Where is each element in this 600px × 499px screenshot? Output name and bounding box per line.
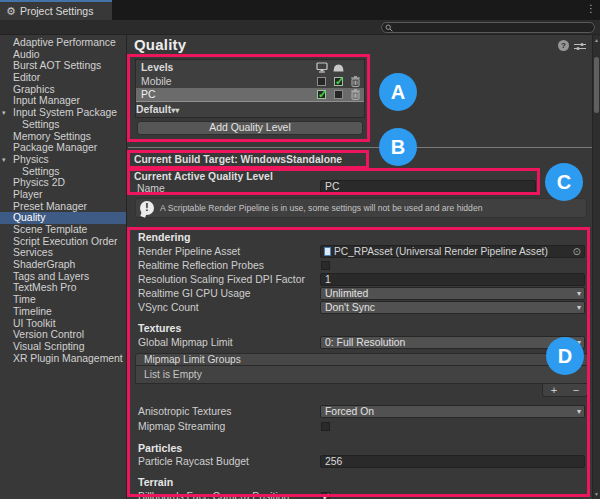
tab-label: Project Settings <box>20 5 94 17</box>
quality-level-row-pc[interactable]: PC✓ <box>136 88 364 101</box>
vsync-dropdown[interactable]: Don't Sync ▾ <box>320 301 585 314</box>
sidebar-item-shadergraph[interactable]: ShaderGraph <box>0 259 126 271</box>
sidebar-item-label: Preset Manager <box>13 201 87 212</box>
sidebar-item-label: Version Control <box>13 329 84 340</box>
mobile-checkbox[interactable] <box>334 90 343 99</box>
sidebar-item-label: Settings <box>22 119 60 130</box>
default-label: Default <box>136 104 171 115</box>
row-particle-raycast-budget: Particle Raycast Budget 256 <box>128 455 592 468</box>
particle-raycast-budget-field[interactable]: 256 <box>320 455 585 468</box>
object-picker-icon[interactable]: ⊙ <box>573 247 581 257</box>
name-field[interactable]: PC <box>320 180 536 193</box>
sidebar-item-quality[interactable]: Quality <box>0 212 126 224</box>
srp-warning-box: ! A Scriptable Render Pipeline is in use… <box>135 198 587 218</box>
chevron-down-icon: ▾ <box>577 304 581 312</box>
trash-icon[interactable] <box>351 89 360 100</box>
name-label: Name <box>137 183 165 194</box>
sidebar-item-label: Tags and Layers <box>13 271 89 282</box>
preset-icon[interactable] <box>574 42 586 51</box>
row-global-mipmap-limit: Global Mipmap Limit 0: Full Resolution ▾ <box>128 336 592 349</box>
row-mipmap-streaming: Mipmap Streaming <box>128 420 592 433</box>
row-resolution-scaling: Resolution Scaling Fixed DPI Factor 1 <box>128 273 592 286</box>
help-icon[interactable]: ? <box>558 40 569 51</box>
add-list-item-button[interactable]: + <box>551 385 557 396</box>
add-quality-level-button[interactable]: Add Quality Level <box>137 121 363 135</box>
scroll-up-icon[interactable]: ▲ <box>593 37 600 43</box>
sidebar-item-package-manager[interactable]: Package Manager <box>0 142 126 154</box>
default-mobile-dropdown-icon[interactable]: ▾ <box>175 106 179 115</box>
default-row: Default ▾ ▾ <box>136 101 364 117</box>
vertical-scrollbar[interactable]: ▲ ▼ <box>592 35 600 499</box>
sidebar-item-physics-2d[interactable]: Physics 2D <box>0 177 126 189</box>
desktop-checkbox[interactable] <box>317 77 326 86</box>
row-render-pipeline-asset: Render Pipeline Asset PC_RPAsset (Univer… <box>128 245 592 258</box>
render-pipeline-asset-field[interactable]: PC_RPAsset (Universal Render Pipeline As… <box>320 245 585 258</box>
global-mipmap-limit-dropdown[interactable]: 0: Full Resolution ▾ <box>320 336 585 349</box>
sidebar-item-time[interactable]: Time <box>0 294 126 306</box>
billboards-face-camera-checkbox[interactable]: ✓ <box>321 492 330 499</box>
sidebar-item-preset-manager[interactable]: Preset Manager <box>0 201 126 213</box>
trash-icon[interactable] <box>351 76 360 87</box>
sidebar-item-timeline[interactable]: Timeline <box>0 306 126 318</box>
foldout-icon[interactable]: ▾ <box>2 107 6 119</box>
sidebar-item-label: Physics 2D <box>13 177 65 188</box>
sidebar-item-tags-and-layers[interactable]: Tags and Layers <box>0 271 126 283</box>
level-name: Mobile <box>136 76 313 87</box>
sidebar-item-burst-aot-settings[interactable]: Burst AOT Settings <box>0 60 126 72</box>
sidebar-item-physics[interactable]: ▾Physics <box>0 154 126 166</box>
sidebar-item-ui-toolkit[interactable]: UI Toolkit <box>0 318 126 330</box>
levels-header-row: Levels <box>136 60 364 75</box>
sidebar-list: Adaptive PerformanceAudioBurst AOT Setti… <box>0 37 126 364</box>
sidebar-item-scene-template[interactable]: Scene Template <box>0 224 126 236</box>
sidebar-item-adaptive-performance[interactable]: Adaptive Performance <box>0 37 126 49</box>
sidebar-item-label: Scene Template <box>13 224 87 235</box>
mipmap-streaming-checkbox[interactable] <box>321 422 330 431</box>
gear-icon: ⚙ <box>6 6 16 17</box>
mobile-checkbox[interactable]: ✓ <box>334 77 343 86</box>
sidebar-item-label: XR Plugin Management <box>13 353 123 364</box>
desktop-checkbox[interactable]: ✓ <box>317 90 326 99</box>
scroll-down-icon[interactable]: ▼ <box>593 491 600 497</box>
mipmap-limit-groups-header[interactable]: Mipmap Limit Groups <box>135 353 588 366</box>
row-realtime-reflection-probes: Realtime Reflection Probes <box>128 259 592 272</box>
sidebar-item-settings[interactable]: Settings <box>0 166 126 178</box>
quality-level-row-mobile[interactable]: Mobile✓ <box>136 75 364 88</box>
anisotropic-textures-dropdown[interactable]: Forced On ▾ <box>320 405 585 418</box>
quality-levels-matrix: Levels Mobile✓PC✓ Default <box>135 59 365 118</box>
sidebar-item-version-control[interactable]: Version Control <box>0 329 126 341</box>
foldout-icon[interactable]: ▾ <box>2 154 6 166</box>
asset-icon <box>324 247 331 256</box>
desktop-platform-icon <box>316 62 328 73</box>
sidebar-item-audio[interactable]: Audio <box>0 49 126 61</box>
sidebar-item-xr-plugin-management[interactable]: XR Plugin Management <box>0 353 126 365</box>
scrollbar-thumb[interactable] <box>594 57 599 113</box>
terrain-section-header: Terrain <box>138 476 173 489</box>
sidebar-item-editor[interactable]: Editor <box>0 72 126 84</box>
sidebar-item-textmesh-pro[interactable]: TextMesh Pro <box>0 282 126 294</box>
settings-sidebar: Adaptive PerformanceAudioBurst AOT Setti… <box>0 35 127 499</box>
sidebar-item-label: Timeline <box>13 306 52 317</box>
sidebar-item-services[interactable]: Services <box>0 247 126 259</box>
realtime-reflection-probes-checkbox[interactable] <box>321 261 330 270</box>
levels-header-label: Levels <box>136 62 313 73</box>
row-anisotropic-textures: Anisotropic Textures Forced On ▾ <box>128 405 592 418</box>
sidebar-item-player[interactable]: Player <box>0 189 126 201</box>
sidebar-item-input-system-package[interactable]: ▾Input System Package <box>0 107 126 119</box>
search-input[interactable] <box>381 22 595 33</box>
sidebar-item-visual-scripting[interactable]: Visual Scripting <box>0 341 126 353</box>
sidebar-item-settings[interactable]: Settings <box>0 119 126 131</box>
warning-icon: ! <box>140 201 154 215</box>
resolution-scaling-field[interactable]: 1 <box>320 273 585 286</box>
window-kebab-menu-icon[interactable]: ⋮ <box>586 4 596 14</box>
quality-panel: Quality ? ⋮ Levels <box>128 35 592 499</box>
current-build-target-label: Current Build Target: WindowsStandalone <box>134 154 342 165</box>
title-bar: ⚙ Project Settings ⋮ <box>0 0 600 20</box>
sidebar-item-script-execution-order[interactable]: Script Execution Order <box>0 236 126 248</box>
tab-project-settings[interactable]: ⚙ Project Settings <box>0 0 112 20</box>
sidebar-item-memory-settings[interactable]: Memory Settings <box>0 131 126 143</box>
sidebar-item-label: Player <box>13 189 42 200</box>
sidebar-item-graphics[interactable]: Graphics <box>0 84 126 96</box>
sidebar-item-input-manager[interactable]: Input Manager <box>0 95 126 107</box>
remove-list-item-button[interactable]: − <box>573 385 579 396</box>
realtime-gi-dropdown[interactable]: Unlimited ▾ <box>320 287 585 300</box>
